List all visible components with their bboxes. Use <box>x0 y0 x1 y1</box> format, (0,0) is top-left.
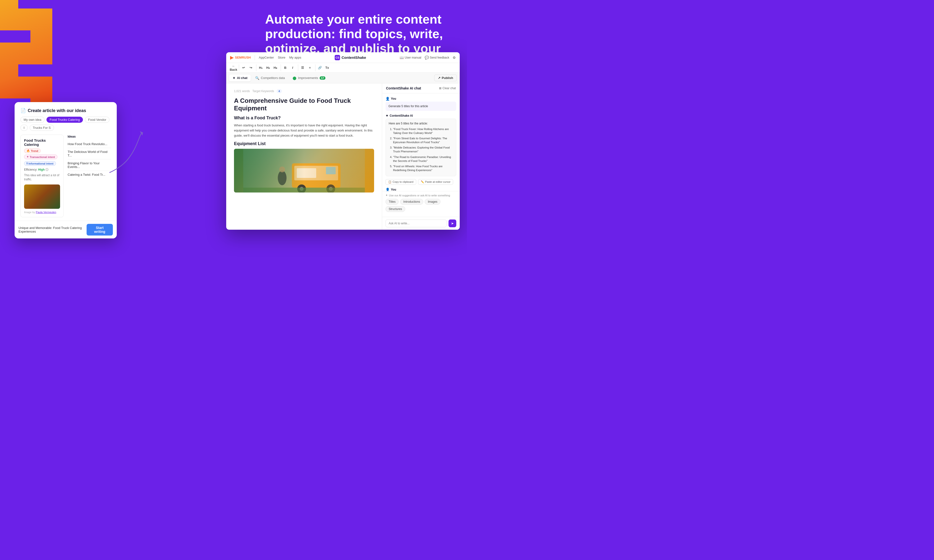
feedback-icon: 💬 <box>425 55 429 60</box>
editor-main[interactable]: 1,021 words Target Keywords 4 A Comprehe… <box>226 83 382 230</box>
badge-trend: 🔥Trend <box>24 149 41 153</box>
italic-button[interactable]: I <box>289 65 296 71</box>
topbar-right: 📖 User manual 💬 Send feedback ⚙ <box>400 55 456 60</box>
start-writing-button[interactable]: Start writing <box>86 224 113 235</box>
topic-tab[interactable]: My own idea <box>20 117 45 123</box>
idea-list-item[interactable]: How Food Truck Revolutio... <box>68 140 111 148</box>
card-title: 📄 Create article with our ideas <box>20 108 111 113</box>
chat-input-row: ➤ <box>382 217 460 230</box>
clear-chat-button[interactable]: ⊠ Clear chat <box>439 86 456 90</box>
store-link[interactable]: Store <box>278 55 285 59</box>
chat-messages-scroll[interactable]: 👤 You Generate 5 titles for this article… <box>382 93 460 191</box>
user-avatar-icon: 👤 <box>385 97 390 101</box>
badge-row-2: ℹInformational intent <box>24 161 60 166</box>
arrow-decoration <box>107 129 146 177</box>
editor-window: ▶ SEMRUSH AppCenter Store My apps CS Con… <box>226 52 460 230</box>
link-button[interactable]: 🔗 <box>316 65 323 71</box>
chat-suggestions-area: ✦ Use our AI suggestions or ask AI to wr… <box>382 191 460 217</box>
send-feedback-link[interactable]: 💬 Send feedback <box>425 55 449 60</box>
toolbar-format-group: B I <box>281 65 297 71</box>
article-h1: A Comprehensive Guide to Food Truck Equi… <box>234 97 374 112</box>
appcenter-link[interactable]: AppCenter <box>259 55 274 59</box>
toolbar-history-group: ↩ ↪ <box>239 65 255 71</box>
article-h2-2: Equipment List <box>234 141 374 146</box>
user-manual-link[interactable]: 📖 User manual <box>400 55 421 60</box>
chat-sender-ai-1: ✦ ContentShake AI <box>385 114 456 118</box>
ai-title-item: "The Road to Gastronomic Paradise: Unvei… <box>393 155 453 163</box>
article-food-truck-image <box>234 149 374 192</box>
tab-ai-chat[interactable]: ✦ AI chat <box>229 75 251 82</box>
keywords-badge: 4 <box>277 89 282 93</box>
ai-title-item: "Food on Wheels: How Food Trucks are Red… <box>393 164 453 172</box>
efficiency-row: Efficiency: High ⓘ <box>24 168 60 172</box>
word-count-row: 1,021 words Target Keywords 4 <box>234 89 374 93</box>
badge-transactional: ✦Transactional intent <box>24 155 57 159</box>
ai-chat-panel: ContentShake AI chat ⊠ Clear chat 👤 You … <box>382 83 460 230</box>
tab-bar-right: ↗ Publish <box>434 75 457 81</box>
publish-button[interactable]: ↗ Publish <box>434 75 457 81</box>
editor-topbar: ▶ SEMRUSH AppCenter Store My apps CS Con… <box>226 52 460 63</box>
word-count: 1,021 words <box>234 89 250 93</box>
suggestion-chip[interactable]: Structures <box>385 206 405 212</box>
ai-title-item: "Food Truck Fever: How Rolling Kitchens … <box>393 127 453 135</box>
topic-tab[interactable]: Food Vendor <box>85 117 109 123</box>
user-avatar-icon-2: 👤 <box>385 188 390 191</box>
suggestion-chip[interactable]: Images <box>425 199 441 205</box>
image-credit-link[interactable]: Paula Vermeulen <box>36 211 56 214</box>
contentshake-logo: CS ContentShake <box>335 55 366 60</box>
bullet-list-button[interactable]: ☰ <box>299 65 306 71</box>
idea-list-item[interactable]: The Delicious World of Food T... <box>68 148 111 160</box>
badge-row: 🔥Trend ✦Transactional intent <box>24 149 60 159</box>
idea-description: This idea will attract a lot of traffic. <box>24 173 60 182</box>
suggestion-label: ✦ Use our AI suggestions or ask AI to wr… <box>385 194 456 197</box>
clear-icon: ⊠ <box>439 86 441 90</box>
create-article-card: 📄 Create article with our ideas My own i… <box>15 102 117 238</box>
back-button[interactable]: ← Back <box>230 65 237 71</box>
topic-tab[interactable]: I <box>20 125 28 131</box>
idea-card-title: Food Trucks Catering <box>24 138 60 146</box>
suggestion-chip[interactable]: Introductions <box>400 199 423 205</box>
idea-list-item[interactable]: Catering a Twist: Food Tr... <box>68 171 111 178</box>
ai-suggest-icon: ✦ <box>385 194 388 197</box>
h2-button[interactable]: H₂ <box>265 65 271 71</box>
idea-list-item[interactable]: Bringing Flavor to Your Events... <box>68 160 111 171</box>
copy-clipboard-button[interactable]: 📋 Copy to clipboard <box>385 179 416 185</box>
clear-format-button[interactable]: Tx <box>324 65 331 71</box>
chat-message-ai-1: ✦ ContentShake AI Here are 5 titles for … <box>385 114 456 185</box>
chat-sender-you-2: 👤 You <box>385 188 456 191</box>
topic-tab[interactable]: Food Trucks Catering <box>46 117 83 123</box>
ordered-list-button[interactable]: ≡ <box>307 65 313 71</box>
h3-button[interactable]: H₃ <box>272 65 279 71</box>
redo-button[interactable]: ↪ <box>247 65 254 71</box>
competitors-icon: 🔍 <box>255 76 259 80</box>
chat-message-user-2: 👤 You Provide more friendly... <box>385 188 456 191</box>
book-icon: 📖 <box>400 55 404 60</box>
user-message-1: Generate 5 titles for this article <box>385 102 456 111</box>
undo-button[interactable]: ↩ <box>240 65 247 71</box>
toolbar-link-group: 🔗 Tx <box>315 65 331 71</box>
suggestion-chips-row: TitlesIntroductionsImagesStructures <box>385 199 456 212</box>
bold-button[interactable]: B <box>282 65 289 71</box>
chat-input-field[interactable] <box>385 220 447 227</box>
ideas-col-header: Ideas <box>68 135 111 138</box>
topic-tab[interactable]: Trucks For S <box>30 125 54 131</box>
article-h2-1: What is a Food Truck? <box>234 115 374 120</box>
paste-editor-button[interactable]: ✏️ Paste at editor cursor <box>418 179 453 185</box>
chat-panel-title: ContentShake AI chat <box>386 86 421 90</box>
ai-titles-list: "Food Truck Fever: How Rolling Kitchens … <box>389 127 453 172</box>
h1-button[interactable]: H₁ <box>257 65 264 71</box>
suggestion-chip[interactable]: Titles <box>385 199 399 205</box>
settings-icon[interactable]: ⚙ <box>453 55 456 60</box>
ai-intro: Here are 5 titles for the article: <box>389 121 453 126</box>
bottom-bar: Unique and Memorable: Food Truck Caterin… <box>15 221 117 238</box>
chat-send-button[interactable]: ➤ <box>449 220 456 227</box>
tab-improvements[interactable]: ⬤ Improvements 17 <box>289 75 329 82</box>
myapps-link[interactable]: My apps <box>289 55 301 59</box>
card-title-icon: 📄 <box>20 108 26 113</box>
badge-informational: ℹInformational intent <box>24 161 56 166</box>
idea-list: How Food Truck Revolutio...The Delicious… <box>68 140 111 178</box>
toolbar-nav-group: ← Back <box>229 65 238 71</box>
article-image-overlay <box>234 149 374 192</box>
image-credit: Image by Paula Vermeulen <box>24 211 60 214</box>
tab-competitors-data[interactable]: 🔍 Competitors data <box>252 75 288 82</box>
